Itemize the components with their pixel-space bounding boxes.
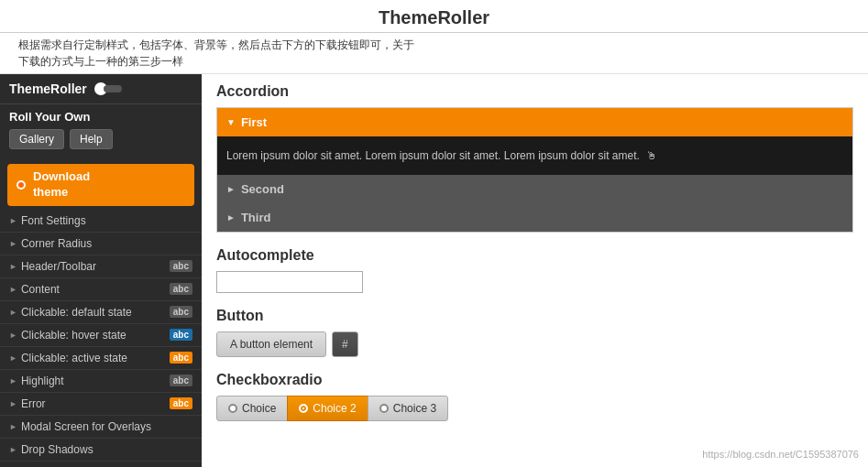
abc-badge: abc bbox=[170, 329, 192, 341]
autocomplete-input[interactable] bbox=[216, 271, 363, 293]
main-content: Accordion ▼ First Lorem ipsum dolor sit … bbox=[202, 74, 868, 467]
sidebar-item-corner-radius[interactable]: ► Corner Radius bbox=[0, 233, 202, 255]
button-icon[interactable]: # bbox=[332, 331, 358, 357]
abc-badge: abc bbox=[170, 283, 192, 295]
sidebar-item-highlight[interactable]: ► Highlight abc bbox=[0, 370, 202, 393]
accordion-arrow-icon: ▼ bbox=[226, 117, 236, 127]
chevron-icon: ► bbox=[9, 262, 17, 271]
sidebar-item-header-toolbar[interactable]: ► Header/Toolbar abc bbox=[0, 255, 202, 278]
abc-badge: abc bbox=[170, 260, 192, 272]
sidebar: ThemeRoller Roll Your Own Gallery Help D… bbox=[0, 74, 202, 467]
download-dot bbox=[16, 180, 26, 190]
accordion: ▼ First Lorem ipsum dolor sit amet. Lore… bbox=[216, 107, 853, 233]
toggle-bar bbox=[104, 85, 122, 92]
sidebar-item-error[interactable]: ► Error abc bbox=[0, 393, 202, 416]
sidebar-roll-your-own: Roll Your Own Gallery Help bbox=[0, 104, 202, 160]
chevron-icon: ► bbox=[9, 353, 17, 363]
button-title: Button bbox=[216, 308, 853, 324]
button-row: A button element # bbox=[216, 331, 853, 357]
radio-group: Choice Choice 2 Choice 3 bbox=[216, 396, 853, 421]
accordion-arrow-icon: ► bbox=[226, 184, 236, 194]
help-button[interactable]: Help bbox=[70, 129, 113, 149]
download-btn-text: Download theme bbox=[33, 169, 90, 201]
chevron-icon: ► bbox=[9, 331, 17, 340]
sidebar-item-clickable-active[interactable]: ► Clickable: active state abc bbox=[0, 347, 202, 370]
watermark: https://blog.csdn.net/C1595387076 bbox=[702, 449, 859, 460]
sidebar-logo: ThemeRoller bbox=[9, 81, 87, 96]
page-title: ThemeRoller bbox=[0, 7, 868, 28]
accordion-item-first[interactable]: ▼ First bbox=[217, 108, 852, 136]
sidebar-item-modal-screen[interactable]: ► Modal Screen for Overlays bbox=[0, 416, 202, 439]
abc-badge: abc bbox=[170, 306, 192, 318]
accordion-item-second[interactable]: ► Second bbox=[217, 175, 852, 203]
sidebar-top: ThemeRoller bbox=[0, 74, 202, 104]
accordion-item-third[interactable]: ► Third bbox=[217, 203, 852, 232]
roll-your-own-label: Roll Your Own bbox=[9, 110, 192, 124]
autocomplete-title: Autocomplete bbox=[216, 247, 853, 264]
sidebar-item-clickable-default[interactable]: ► Clickable: default state abc bbox=[0, 301, 202, 324]
sidebar-item-font-settings[interactable]: ► Font Settings bbox=[0, 210, 202, 233]
annotation: 根据需求自行定制样式，包括字体、背景等，然后点击下方的下载按钮即可，关于 下载的… bbox=[0, 33, 868, 74]
button-element[interactable]: A button element bbox=[216, 331, 326, 357]
accordion-title: Accordion bbox=[216, 83, 853, 100]
checkboxradio-section: Checkboxradio Choice Choice 2 Choice 3 bbox=[216, 372, 853, 421]
chevron-icon: ► bbox=[9, 422, 17, 431]
chevron-icon: ► bbox=[9, 376, 17, 386]
accordion-body: Lorem ipsum dolor sit amet. Lorem ipsum … bbox=[217, 136, 852, 175]
sidebar-menu: ► Font Settings ► Corner Radius ► Header… bbox=[0, 210, 202, 462]
radio-circle-icon bbox=[228, 404, 237, 413]
download-button[interactable]: Download theme bbox=[7, 164, 194, 206]
radio-choice-2[interactable]: Choice 2 bbox=[287, 396, 368, 421]
page-header: ThemeRoller 根据需求自行定制样式，包括字体、背景等，然后点击下方的下… bbox=[0, 0, 868, 74]
chevron-icon: ► bbox=[9, 399, 17, 408]
sidebar-item-clickable-hover[interactable]: ► Clickable: hover state abc bbox=[0, 324, 202, 347]
sidebar-item-content[interactable]: ► Content abc bbox=[0, 278, 202, 301]
abc-badge: abc bbox=[170, 375, 192, 386]
chevron-icon: ► bbox=[9, 285, 17, 294]
radio-circle-icon bbox=[299, 404, 308, 413]
chevron-icon: ► bbox=[9, 216, 17, 225]
main-layout: ThemeRoller Roll Your Own Gallery Help D… bbox=[0, 74, 868, 467]
chevron-icon: ► bbox=[9, 308, 17, 317]
abc-badge: abc bbox=[170, 352, 192, 364]
autocomplete-section: Autocomplete bbox=[216, 247, 853, 293]
sidebar-nav-btns: Gallery Help bbox=[9, 129, 192, 149]
radio-circle-icon bbox=[379, 404, 389, 413]
radio-choice-3[interactable]: Choice 3 bbox=[368, 396, 448, 421]
radio-choice-1[interactable]: Choice bbox=[216, 396, 288, 421]
accordion-arrow-icon: ► bbox=[226, 212, 236, 223]
abc-badge: abc bbox=[170, 397, 192, 409]
chevron-icon: ► bbox=[9, 239, 17, 248]
checkboxradio-title: Checkboxradio bbox=[216, 372, 853, 388]
button-section: Button A button element # bbox=[216, 308, 853, 357]
gallery-button[interactable]: Gallery bbox=[9, 129, 64, 149]
sidebar-item-drop-shadows[interactable]: ► Drop Shadows bbox=[0, 439, 202, 462]
chevron-icon: ► bbox=[9, 445, 17, 454]
sidebar-toggle bbox=[94, 82, 122, 95]
